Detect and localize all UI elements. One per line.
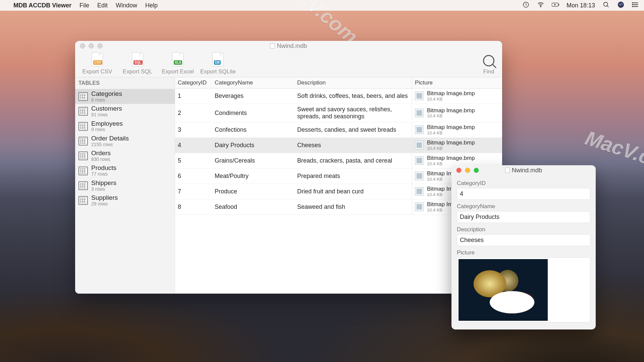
- cell-picture[interactable]: Bitmap Image.bmp10.4 KB: [412, 88, 502, 104]
- toolbar-label: Export CSV: [83, 68, 112, 75]
- cell-name: Seafood: [212, 201, 294, 213]
- export-csv-button[interactable]: CSV Export CSV: [78, 52, 116, 75]
- notification-center-icon[interactable]: [632, 1, 639, 10]
- table-row[interactable]: 3ConfectionsDesserts, candies, and sweet…: [175, 122, 502, 138]
- field-value-desc[interactable]: Cheeses: [457, 234, 590, 246]
- menu-edit[interactable]: Edit: [97, 2, 108, 9]
- siri-icon[interactable]: [617, 1, 625, 10]
- svg-point-8: [632, 6, 633, 7]
- wifi-icon[interactable]: [537, 1, 544, 10]
- sidebar-item-products[interactable]: Products77 rows: [75, 163, 175, 178]
- sidebar-item-label: Customers: [91, 105, 122, 112]
- cell-id: 4: [175, 140, 212, 151]
- menubar-clock[interactable]: Mon 18:13: [567, 2, 595, 9]
- cell-id: 8: [175, 201, 212, 213]
- column-header-id[interactable]: CategoryID: [175, 77, 212, 88]
- picture-filename: Bitmap Image.bmp: [427, 140, 475, 146]
- svg-point-7: [632, 4, 633, 5]
- table-icon: [78, 196, 88, 205]
- field-value-name[interactable]: Dairy Products: [457, 211, 590, 223]
- sidebar-item-rowcount: 2155 rows: [91, 142, 129, 147]
- menu-help[interactable]: Help: [145, 2, 158, 9]
- image-icon: [415, 109, 424, 117]
- cell-description: Cheeses: [294, 140, 412, 151]
- image-icon: [415, 125, 424, 134]
- column-header-name[interactable]: CategoryName: [212, 77, 294, 88]
- menu-window[interactable]: Window: [116, 2, 137, 9]
- sidebar-item-orders[interactable]: Orders830 rows: [75, 148, 175, 163]
- document-icon: [270, 43, 275, 49]
- field-label-name: CategoryName: [457, 203, 590, 210]
- sidebar-header: TABLES: [75, 77, 175, 89]
- image-icon: [415, 172, 424, 180]
- sidebar-item-rowcount: 3 rows: [91, 187, 116, 192]
- window-title: Nwind.mdb: [75, 43, 502, 50]
- table-icon: [78, 167, 88, 175]
- table-icon: [78, 122, 88, 131]
- svg-point-1: [540, 6, 541, 7]
- export-sqlite-button[interactable]: DB Export SQLite: [199, 52, 237, 75]
- menubar: MDB ACCDB Viewer File Edit Window Help M…: [0, 0, 644, 11]
- cell-description: Prepared meats: [294, 171, 412, 182]
- table-icon: [78, 181, 88, 190]
- sidebar-item-rowcount: 8 rows: [91, 98, 122, 103]
- main-window: Nwind.mdb CSV Export CSV SQL Export SQL …: [75, 41, 502, 294]
- cell-name: Grains/Cereals: [212, 155, 294, 166]
- find-button[interactable]: Find: [479, 55, 499, 75]
- sidebar-item-rowcount: 830 rows: [91, 157, 111, 162]
- cell-picture[interactable]: Bitmap Image.bmp10.4 KB: [412, 122, 502, 137]
- field-value-id[interactable]: 4: [457, 188, 590, 200]
- picture-filename: Bitmap Image.bmp: [427, 124, 475, 131]
- cell-name: Condiments: [212, 108, 294, 119]
- sidebar-item-customers[interactable]: Customers91 rows: [75, 104, 175, 119]
- image-icon: [415, 92, 424, 100]
- table-icon: [78, 92, 88, 101]
- cell-name: Produce: [212, 186, 294, 197]
- cell-id: 1: [175, 90, 212, 102]
- window-title: Nwind.mdb: [451, 167, 596, 174]
- time-machine-icon[interactable]: [522, 1, 530, 10]
- sidebar-item-label: Order Details: [91, 135, 129, 142]
- titlebar[interactable]: Nwind.mdb: [75, 41, 502, 51]
- document-icon: [505, 168, 510, 173]
- table-row[interactable]: 2CondimentsSweet and savory sauces, reli…: [175, 104, 502, 122]
- sidebar-item-label: Employees: [91, 120, 123, 127]
- sidebar-item-suppliers[interactable]: Suppliers29 rows: [75, 193, 175, 208]
- table-row[interactable]: 1BeveragesSoft drinks, coffees, teas, be…: [175, 88, 502, 104]
- spotlight-icon[interactable]: [602, 1, 610, 10]
- export-excel-button[interactable]: XLS Export Excel: [159, 52, 197, 75]
- picture-filename: Bitmap Image.bmp: [427, 108, 475, 114]
- sidebar-item-label: Suppliers: [91, 194, 118, 201]
- sidebar-item-order-details[interactable]: Order Details2155 rows: [75, 134, 175, 148]
- image-icon: [415, 202, 424, 211]
- field-label-id: CategoryID: [457, 180, 590, 187]
- image-icon: [415, 187, 424, 196]
- cell-picture[interactable]: Bitmap Image.bmp10.4 KB: [412, 106, 502, 121]
- field-label-desc: Description: [457, 226, 590, 233]
- column-header-description[interactable]: Description: [294, 77, 412, 88]
- sidebar-item-rowcount: 77 rows: [91, 172, 116, 177]
- menu-file[interactable]: File: [79, 2, 89, 9]
- toolbar-label: Find: [483, 68, 494, 75]
- sidebar-item-employees[interactable]: Employees9 rows: [75, 119, 175, 134]
- field-value-picture[interactable]: [457, 257, 590, 322]
- sidebar-item-categories[interactable]: Categories8 rows: [75, 89, 175, 104]
- cell-name: Confections: [212, 124, 294, 135]
- toolbar-label: Export Excel: [162, 68, 194, 75]
- sidebar-item-label: Categories: [91, 90, 122, 98]
- app-name[interactable]: MDB ACCDB Viewer: [13, 2, 71, 9]
- cell-description: Breads, crackers, pasta, and cereal: [294, 155, 412, 166]
- titlebar[interactable]: Nwind.mdb: [451, 165, 596, 175]
- grid-header: CategoryID CategoryName Description Pict…: [175, 77, 502, 88]
- cell-description: Seaweed and fish: [294, 201, 412, 213]
- sidebar-item-shippers[interactable]: Shippers3 rows: [75, 178, 175, 193]
- sidebar-item-label: Shippers: [91, 180, 116, 187]
- column-header-picture[interactable]: Picture: [412, 77, 502, 88]
- table-row[interactable]: 4Dairy ProductsCheesesBitmap Image.bmp10…: [175, 138, 502, 153]
- svg-point-6: [632, 2, 633, 3]
- picture-filesize: 10.4 KB: [427, 114, 475, 118]
- export-sql-button[interactable]: SQL Export SQL: [119, 52, 156, 75]
- sidebar-item-rowcount: 91 rows: [91, 112, 122, 117]
- battery-icon[interactable]: [552, 1, 559, 10]
- cell-picture[interactable]: Bitmap Image.bmp10.4 KB: [412, 138, 502, 153]
